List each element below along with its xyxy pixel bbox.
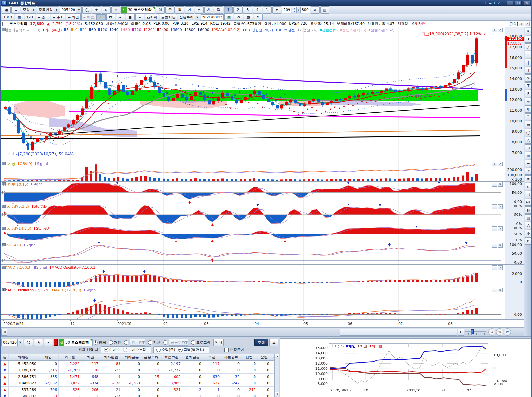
elliott-wave-icon[interactable]: ∿ (525, 98, 532, 105)
legend-item-BB_하한선[interactable]: BB_하한선 (276, 28, 295, 33)
polyline-icon[interactable]: ⋀ (525, 222, 532, 229)
scroll-down-icon[interactable]: ▼ (275, 392, 279, 397)
legend-item-60[interactable]: 60 (89, 28, 96, 33)
table-row[interactable]: ▲537,289-706526206-2100521-2-102110 (1, 387, 279, 393)
info-checkbox[interactable] (2, 22, 6, 26)
mini-legend-item-개인[interactable]: 개인 (346, 344, 356, 349)
rectangle-tool-icon[interactable]: ▭ (525, 121, 532, 128)
adjusted-price-checkbox[interactable]: 수정주가 (224, 347, 244, 352)
period-tick-button[interactable]: 틱 (214, 6, 223, 14)
won-scale-button[interactable]: ₩ (106, 14, 115, 21)
legend-item-Signal[interactable]: Signal (35, 162, 48, 167)
sto1-canvas[interactable] (1, 204, 505, 226)
maximize-button[interactable]: □ (515, 1, 522, 6)
main-canvas[interactable] (1, 27, 505, 161)
volume-canvas[interactable] (1, 161, 505, 182)
crosshair-icon[interactable]: ✚ (525, 36, 532, 43)
legend-item-PSAR-0-02-0-2-[interactable]: PSAR(0.02,0.2) (212, 28, 241, 33)
asset-type-select[interactable]: 주식▼ (21, 6, 36, 14)
ellipse-tool-icon[interactable]: ◯ (525, 129, 532, 136)
interval-more-select[interactable]: ▼ (272, 6, 281, 14)
zoom-in-icon[interactable]: ⊕ (496, 328, 503, 336)
option-수량(주)[interactable]: 수량(주) (156, 347, 175, 352)
period-month-button[interactable]: 월 (175, 6, 184, 14)
step-forward-button[interactable]: ▸ (135, 14, 144, 21)
export-icon[interactable]: ➦ (489, 1, 492, 5)
reset-button[interactable]: 초기화 (145, 14, 159, 21)
interval-3-button[interactable]: 3 (243, 6, 252, 14)
mini-legend-item-기관[interactable]: 기관 (358, 344, 367, 349)
legend-item-거래량[interactable]: 거래량 (3, 162, 15, 167)
gann-fan-icon[interactable]: ⊿ (525, 144, 532, 151)
legend-item-Signal[interactable]: Signal (24, 243, 37, 247)
total-bars-input[interactable]: 800 (300, 7, 310, 13)
undo-icon[interactable]: ↺ (525, 237, 532, 245)
legend-item-Sto-%D[interactable]: Sto %D (32, 204, 47, 209)
legend-item-Signal[interactable]: Signal (84, 288, 97, 292)
table-row[interactable]: ▼1,180,1781,315-1,20910-33011-1,27700000 (1, 367, 279, 374)
legend-item-120[interactable]: 120 (98, 28, 107, 33)
legend-item-10[interactable]: 10 (71, 28, 78, 33)
scroll-up-icon[interactable]: ▲ (275, 354, 279, 359)
rsi-close-button[interactable]: ✕ (498, 243, 503, 248)
minimize-button[interactable]: – (507, 1, 513, 6)
legend-item-MACD-12-26-9-[interactable]: MACD(12,26,9) (52, 288, 81, 292)
column-header-거래량[interactable]: 거래량 (9, 354, 38, 360)
column-header-기관[interactable]: 기관 (81, 354, 100, 360)
simli-canvas[interactable] (1, 182, 505, 204)
table-row[interactable]: ▲5,452,05002,2221178300-2,1970117000 (1, 361, 279, 367)
investor-search-button[interactable] (24, 339, 33, 346)
option-금액(백만원)[interactable]: 금액(백만원) (178, 347, 204, 352)
option-순매수[interactable]: 순매수 (104, 347, 120, 352)
bar-count-input-stepper[interactable]: ▲▼ (292, 7, 297, 13)
legend-item-720[interactable]: 720 (132, 28, 141, 33)
column-header-개인[interactable]: 개인 (38, 354, 59, 360)
investor-symbol-input[interactable]: 005420▼ (1, 339, 23, 346)
scroll-left-button[interactable]: ◀ (1, 329, 7, 336)
eraser-all-icon[interactable]: ALL (525, 199, 532, 206)
panel-close-button[interactable]: ✕ (525, 22, 530, 26)
macd2-close-button[interactable]: ✕ (498, 288, 503, 292)
date-input[interactable]: 2021/08/12 (201, 14, 224, 21)
table-vscrollbar[interactable]: ▲▼ (274, 354, 279, 397)
legend-item-심리도-10-15-[interactable]: 심리도(10,15) (3, 182, 28, 187)
legend-item-1200[interactable]: 1200 (144, 28, 155, 33)
rsi-collapse-button[interactable]: ▫ (492, 243, 497, 248)
legend-item-Signal[interactable]: Signal (34, 265, 47, 270)
mini-legend-item-외국인[interactable]: 외국인 (370, 344, 382, 349)
sync-indicator-button[interactable]: = 지표 (81, 14, 96, 21)
text-tool-icon[interactable]: T (525, 82, 532, 89)
menu-list-icon[interactable]: ☰ (502, 1, 505, 5)
pitchfork-icon[interactable]: ψ (525, 105, 532, 113)
text-size-icon[interactable]: T (494, 1, 496, 5)
next-symbol-button[interactable]: ▸ (102, 6, 111, 14)
indicator-settings-icon[interactable]: ▩ (244, 14, 253, 21)
zoom-slider[interactable] (465, 329, 486, 335)
single-layout-icon[interactable]: 1×1 (25, 14, 35, 21)
legend-item-6000[interactable]: 6000 (198, 28, 209, 33)
legend-item-Sto-%K-14-5-3-[interactable]: Sto %K(14,5,3) (3, 226, 31, 231)
volume-collapse-button[interactable]: ▫ (492, 162, 497, 166)
legend-item-4800[interactable]: 4800 (185, 28, 196, 33)
arc-icon[interactable]: ⌒ (525, 113, 532, 120)
favorite-button[interactable]: ★ (92, 6, 101, 14)
rsi-canvas[interactable] (1, 242, 505, 265)
simli-close-button[interactable]: ✕ (498, 182, 503, 187)
legend-item-20[interactable]: 20 (80, 28, 87, 33)
legend-item-3600[interactable]: 3600 (171, 28, 182, 33)
legend-item-240[interactable]: 240 (110, 28, 119, 33)
macd1-collapse-button[interactable]: ▫ (492, 265, 497, 270)
zoom-out-icon[interactable]: ⊖ (488, 328, 495, 336)
legend-item-BB_상한선-20-2-[interactable]: BB_상한선(20,2) (243, 28, 273, 33)
investor-filter-프로그램[interactable]: 프로그램 (191, 340, 210, 345)
investor-filter-기관[interactable]: 기관 (148, 340, 160, 345)
main-collapse-button[interactable]: ▫ (492, 28, 497, 32)
legend-item-매물대분석차트-12-0-[interactable]: 매물대분석차트(12,0) (3, 28, 40, 33)
sto2-close-button[interactable]: ✕ (498, 226, 503, 231)
pen-icon[interactable]: ✎ (525, 74, 532, 82)
column-header-연기금등[interactable]: 연기금등 (182, 354, 203, 360)
close-button[interactable]: ✕ (524, 1, 530, 6)
legend-item-MACD-7-100-3-[interactable]: MACD(7,100,3) (3, 265, 32, 270)
parallel-channel-icon[interactable]: ∥ (525, 67, 532, 74)
stop-button[interactable]: ■ (126, 14, 135, 21)
